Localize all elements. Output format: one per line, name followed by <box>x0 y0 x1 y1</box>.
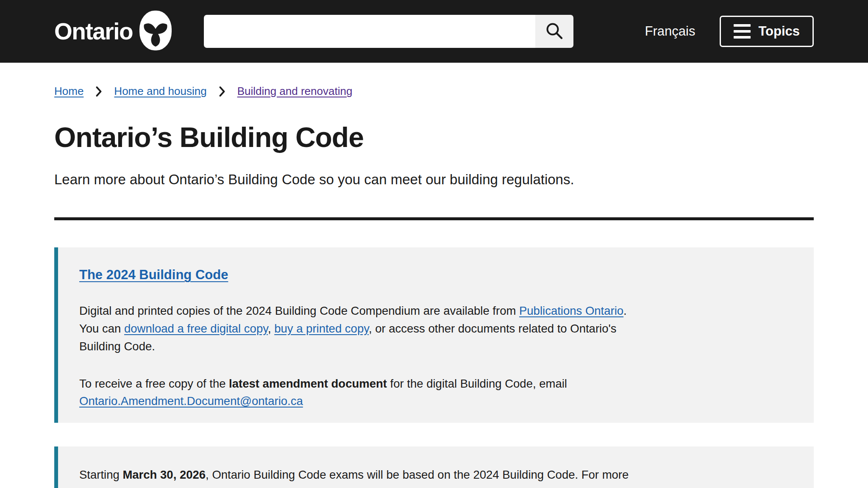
callout-heading: The 2024 Building Code <box>79 267 793 283</box>
download-digital-copy-link[interactable]: download a free digital copy <box>124 322 268 335</box>
site-header: Ontario <box>0 0 868 63</box>
text-segment: , <box>268 322 274 335</box>
callout-paragraph: Starting March 30, 2026, Ontario Buildin… <box>79 466 643 488</box>
bold-text: March 30, 2026 <box>122 468 206 481</box>
section-divider <box>54 217 814 220</box>
chevron-right-icon <box>219 86 225 97</box>
text-segment: Digital and printed copies of the 2024 B… <box>79 304 519 317</box>
text-segment: Starting <box>79 468 122 481</box>
building-code-2024-link[interactable]: 2024 Building Code <box>186 486 288 488</box>
topics-button[interactable]: Topics <box>720 16 814 47</box>
buy-printed-copy-link[interactable]: buy a printed copy <box>274 322 369 335</box>
chevron-right-icon <box>95 86 102 97</box>
callout-paragraph: Digital and printed copies of the 2024 B… <box>79 302 643 355</box>
the-2024-building-code-link[interactable]: The 2024 Building Code <box>79 267 228 282</box>
ontario-wordmark: Ontario <box>54 18 133 45</box>
breadcrumb-link-home[interactable]: Home <box>54 85 83 98</box>
page-intro: Learn more about Ontario’s Building Code… <box>54 170 814 189</box>
search-input[interactable] <box>204 15 535 48</box>
publications-ontario-link[interactable]: Publications Ontario <box>519 304 623 317</box>
topics-button-label: Topics <box>758 24 800 39</box>
hamburger-icon <box>734 24 751 39</box>
language-toggle-francais[interactable]: Français <box>645 24 696 39</box>
breadcrumb: Home Home and housing Building and renov… <box>54 63 814 98</box>
callout-2024-building-code: The 2024 Building Code Digital and print… <box>54 247 814 423</box>
bold-text: latest amendment document <box>229 377 387 390</box>
page-title: Ontario’s Building Code <box>54 122 814 154</box>
amendment-email-link[interactable]: Ontario.Amendment.Document@ontario.ca <box>79 394 303 408</box>
callout-exam-notice: Starting March 30, 2026, Ontario Buildin… <box>54 446 814 488</box>
trillium-icon <box>139 11 172 52</box>
text-segment: for the digital Building Code, email <box>387 377 567 390</box>
search-button[interactable] <box>535 15 573 48</box>
search-icon <box>545 21 564 42</box>
main-content: Home Home and housing Building and renov… <box>54 63 814 488</box>
breadcrumb-link-home-and-housing[interactable]: Home and housing <box>114 85 206 98</box>
text-segment: To receive a free copy of the <box>79 377 229 390</box>
callout-paragraph: To receive a free copy of the latest ame… <box>79 375 643 410</box>
breadcrumb-link-building-and-renovating[interactable]: Building and renovating <box>237 85 353 98</box>
search-form <box>204 15 573 48</box>
ontario-logo[interactable]: Ontario <box>54 11 172 52</box>
